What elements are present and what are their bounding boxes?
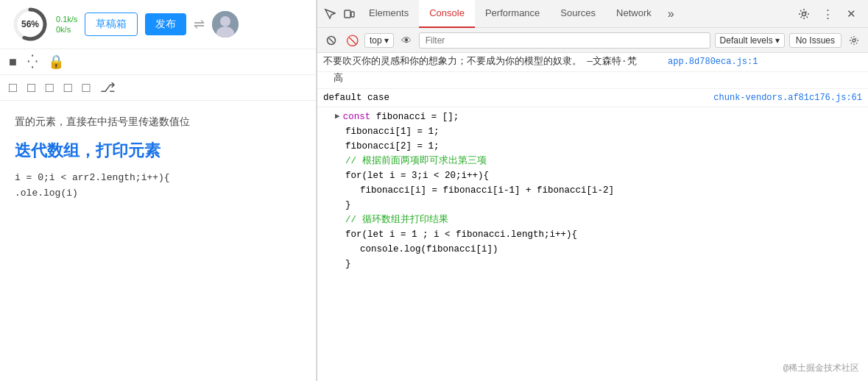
eye-icon[interactable]: 👁	[398, 32, 414, 49]
console-output: 不要吹灭你的灵感和你的想象力；不要成为你的模型的奴隶。 —文森特·梵 app.8…	[317, 53, 868, 381]
devtools-panel: Elements Console Performance Sources Net…	[317, 0, 868, 381]
console-text-2: default case	[323, 91, 389, 105]
top-bar: 56% 0.1k/s 0k/s 草稿箱 发布 ⇌	[0, 0, 316, 49]
code-line-for2: for(let i = 1 ; i < fibonacci.length;i++…	[345, 227, 862, 242]
format-icon-4[interactable]: □	[64, 80, 72, 96]
code-line-close2: }	[345, 257, 862, 271]
header-right-icons: ⋮ ✕	[794, 4, 865, 24]
source-link-2[interactable]: chunk-vendors.af81c176.js:61	[699, 91, 862, 104]
levels-dropdown-arrow: ▾	[775, 35, 780, 46]
clear-console-button[interactable]	[323, 32, 339, 49]
avatar[interactable]	[212, 11, 239, 38]
more-options-button[interactable]: ⋮	[818, 4, 837, 24]
watermark: @稀土掘金技术社区	[783, 362, 859, 375]
publish-button[interactable]: 发布	[145, 13, 186, 35]
apps-icon[interactable]: ⁛	[27, 54, 38, 70]
content-area: 置的元素，直接在中括号里传递数值位 迭代数组，打印元素 i = 0;i < ar…	[0, 101, 316, 381]
tab-elements[interactable]: Elements	[359, 0, 419, 28]
code-line-fib1: fibonacci[1] = 1;	[345, 124, 862, 139]
code-text: const fibonacci = [];	[343, 110, 459, 124]
settings-button[interactable]	[794, 4, 814, 24]
expand-icon[interactable]: □	[82, 80, 91, 96]
download-stat: 0k/s	[56, 25, 77, 34]
upload-stat: 0.1k/s	[56, 15, 77, 24]
tab-sources[interactable]: Sources	[550, 0, 606, 28]
svg-point-10	[853, 39, 855, 42]
code-line-for1: for(let i = 3;i < 20;i++){	[345, 168, 862, 183]
code-snippet: i = 0;i < arr2.length;i++){ .ole.log(i)	[15, 171, 301, 202]
context-selector[interactable]: top ▾	[364, 33, 394, 48]
code-line-1: i = 0;i < arr2.length;i++){	[15, 172, 170, 183]
tab-network[interactable]: Network	[606, 0, 662, 28]
no-issues-badge: No Issues	[789, 33, 841, 48]
cn-text-1: 不要吹灭你的灵感和你的想象力；不要成为你的模型的奴隶。 —文森特·梵	[323, 57, 637, 67]
content-text-1: 置的元素，直接在中括号里传递数值位	[15, 113, 301, 131]
svg-line-9	[329, 38, 334, 43]
expand-arrow[interactable]: ▶	[335, 110, 340, 123]
console-text-cn-1: 不要吹灭你的灵感和你的想象力；不要成为你的模型的奴隶。 —文森特·梵 app.8…	[323, 55, 862, 69]
code-line-const: ▶ const fibonacci = [];	[335, 110, 862, 124]
code-comment-1: // 根据前面两项即可求出第三项	[345, 154, 862, 168]
code-line-log: console.log(fibonacci[i])	[345, 242, 862, 257]
cpu-progress: 56%	[12, 6, 49, 43]
inspect-icon[interactable]	[320, 4, 339, 24]
svg-rect-6	[351, 12, 354, 17]
code-comment-2: // 循环数组并打印结果	[345, 213, 862, 227]
console-row-2: default case chunk-vendors.af81c176.js:6…	[317, 89, 868, 108]
branch-icon[interactable]: ⎇	[100, 79, 116, 96]
svg-point-7	[802, 12, 806, 15]
device-icon[interactable]	[339, 4, 359, 24]
context-label: top	[370, 35, 382, 46]
code-line-close1: }	[345, 198, 862, 213]
lock-icon[interactable]: 🔒	[48, 54, 64, 70]
grid-icon[interactable]: ■	[9, 54, 17, 70]
code-body: fibonacci[1] = 1; fibonacci[2] = 1; // 根…	[335, 124, 862, 271]
more-tabs-button[interactable]: »	[662, 7, 680, 21]
filter-toggle-button[interactable]: 🚫	[344, 32, 360, 49]
console-toolbar: 🚫 top ▾ 👁 Default levels ▾ No Issues	[317, 28, 868, 53]
svg-point-3	[220, 16, 230, 26]
tab-console[interactable]: Console	[419, 0, 475, 28]
context-dropdown-arrow: ▾	[384, 35, 389, 46]
left-panel: 56% 0.1k/s 0k/s 草稿箱 发布 ⇌ ■ ⁛ 🔒 □ □ □ □ □…	[0, 0, 317, 381]
tab-performance[interactable]: Performance	[475, 0, 550, 28]
no-issues-label: No Issues	[796, 35, 835, 46]
console-row-1b: 高	[317, 72, 868, 89]
cpu-percent: 56%	[21, 19, 39, 29]
format-icon-3[interactable]: □	[46, 80, 54, 96]
code-line-assign: fibonacci[i] = fibonacci[i-1] + fibonacc…	[345, 183, 862, 198]
editor-toolbar: ■ ⁛ 🔒	[0, 49, 316, 75]
tab-area: Elements Console Performance Sources Net…	[320, 0, 794, 28]
code-block: ▶ const fibonacci = []; fibonacci[1] = 1…	[317, 107, 868, 274]
close-devtools-button[interactable]: ✕	[841, 4, 861, 24]
levels-label: Default levels	[720, 35, 773, 46]
sync-icon: ⇌	[194, 16, 205, 32]
source-link-1[interactable]: app.8d780eca.js:1	[653, 57, 758, 67]
draft-button[interactable]: 草稿箱	[85, 13, 138, 36]
code-line-2: .ole.log(i)	[15, 188, 78, 199]
svg-rect-5	[345, 10, 350, 18]
code-line-fib2: fibonacci[2] = 1;	[345, 139, 862, 154]
format-icon-2[interactable]: □	[27, 80, 35, 96]
format-icon-1[interactable]: □	[9, 80, 17, 96]
log-levels-selector[interactable]: Default levels ▾	[715, 33, 785, 48]
console-settings-button[interactable]	[846, 32, 862, 49]
console-row-1: 不要吹灭你的灵感和你的想象力；不要成为你的模型的奴隶。 —文森特·梵 app.8…	[317, 53, 868, 72]
devtools-header: Elements Console Performance Sources Net…	[317, 0, 868, 28]
filter-input[interactable]	[419, 32, 710, 49]
format-toolbar: □ □ □ □ □ ⎇	[0, 75, 316, 101]
network-stats: 0.1k/s 0k/s	[56, 15, 77, 34]
section-heading: 迭代数组，打印元素	[15, 140, 301, 162]
